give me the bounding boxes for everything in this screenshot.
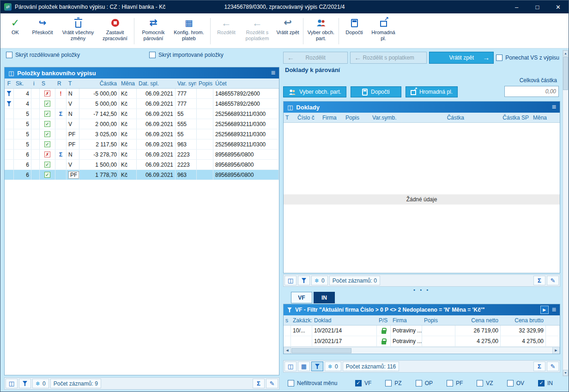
undo-button[interactable]: ↩ Vrátit zpět (275, 15, 301, 47)
undo-action-button[interactable]: Vrátit zpět → (429, 52, 494, 64)
scroll-left-arrow[interactable]: ◀ (284, 347, 291, 354)
column-header-currency[interactable]: Měna (119, 78, 137, 88)
ok-button[interactable]: ✓ OK (3, 15, 27, 47)
split-action-button[interactable]: ← Rozdělit (283, 52, 348, 64)
column-header-firma[interactable]: Firma (321, 113, 344, 122)
column-header-varsym[interactable]: Var. syn (176, 78, 197, 88)
column-header-i[interactable]: i (31, 78, 40, 88)
statement-row[interactable]: 5 ✓ PF 2 117,50 Kč 06.09.2021 963 252566… (5, 139, 279, 150)
revert-all-changes-button[interactable]: Vrátit všechny změny (58, 15, 98, 47)
recompute-small-button[interactable]: Dopočti (351, 86, 401, 97)
filter-pz-checkbox[interactable]: PZ (385, 380, 401, 386)
column-header-amount[interactable]: Částka (402, 113, 466, 122)
keep-vs-checkbox[interactable]: Ponechat VS z výpisu (496, 54, 561, 61)
column-chooser-button[interactable]: ◫ (6, 379, 18, 388)
invoice-row[interactable]: 10/2021/17 Potraviny ... 4 275,00 4 275,… (284, 336, 560, 347)
filter-pf-checkbox[interactable]: PF (447, 380, 463, 386)
menu-icon[interactable]: ≡ (552, 103, 556, 111)
minimize-button[interactable]: – (506, 0, 527, 13)
tab-vf[interactable]: VF (291, 292, 312, 303)
hide-imported-items-checkbox[interactable]: Skrýt importované položky (149, 52, 224, 58)
scrollbar-thumb[interactable] (291, 348, 351, 353)
statement-row[interactable]: 5 ✓ Σ N -7 142,50 Kč 06.09.2021 55 25256… (5, 109, 279, 119)
scroll-up-arrow[interactable]: ▲ (563, 50, 568, 56)
statement-row[interactable]: 4 ✗ ! N -5 000,00 Kč 06.09.2021 777 1486… (5, 89, 279, 99)
statement-row[interactable]: 6 ✓ V 1 500,00 Kč 06.09.2021 2223 895689… (5, 160, 279, 170)
stop-processing-button[interactable]: Zastavit zpracování (98, 15, 132, 47)
filter-ov-checkbox[interactable]: OV (507, 380, 524, 386)
filter-button[interactable] (298, 276, 310, 285)
menu-icon[interactable]: ≡ (552, 306, 556, 314)
column-header-popis[interactable]: Popis (197, 78, 213, 88)
column-header-brutto[interactable]: Cena brutto (501, 315, 546, 325)
select-partner-button[interactable]: Vyber obch. part. (306, 15, 336, 47)
horizontal-scrollbar[interactable]: ◀ ▶ (284, 347, 560, 354)
statement-row[interactable]: 5 ✓ V 2 000,00 Kč 06.09.2021 555 2525668… (5, 119, 279, 129)
column-header-zakazka[interactable]: Zakázk: (291, 315, 312, 325)
scroll-down-arrow[interactable]: ▼ (563, 370, 568, 376)
column-header-s[interactable]: S (40, 78, 55, 88)
edit-button[interactable]: ✎ (547, 276, 559, 285)
column-header-amount[interactable]: Částka (79, 78, 119, 88)
statement-row-selected[interactable]: 6 ✓ PF 1 778,70 Kč 06.09.2021 963 895689… (5, 170, 279, 180)
scroll-right-arrow[interactable]: ▶ (552, 347, 560, 354)
column-header-ps[interactable]: P/S (377, 315, 391, 325)
statement-row[interactable]: 4 ✓ V 5 000,00 Kč 06.09.2021 777 1486557… (5, 99, 279, 109)
bulk-payment-small-button[interactable]: Hromadná pl. (406, 86, 458, 97)
split-fee-action-button[interactable]: ← Rozdělit s poplatkem (350, 52, 427, 64)
column-header-s[interactable]: s (284, 315, 291, 325)
hide-split-items-checkbox[interactable]: Skrýt rozdělované položky (6, 52, 80, 58)
maximize-button[interactable]: □ (527, 0, 548, 13)
column-header-date[interactable]: Dat. spl. (137, 78, 176, 88)
column-header-account[interactable]: Účet (213, 78, 279, 88)
column-header-netto[interactable]: Cena netto (455, 315, 501, 325)
column-header-amount-sp[interactable]: Částka SP (466, 113, 531, 122)
recompute-button[interactable]: Dopočti (341, 15, 367, 47)
sum-button[interactable]: Σ (533, 276, 545, 285)
statement-row[interactable]: 6 ✗ Σ N -3 278,70 Kč 06.09.2021 2223 895… (5, 150, 279, 160)
column-header-t[interactable]: T (67, 78, 79, 88)
no-currency-filter-checkbox[interactable]: Nefiltrovat měnu (288, 380, 337, 386)
skip-button[interactable]: ↪ Přeskočit (27, 15, 58, 47)
filter-vf-checkbox[interactable]: VF (355, 380, 371, 386)
sum-button[interactable]: Σ (253, 379, 265, 388)
scrollbar-thumb[interactable] (563, 57, 568, 90)
splitter-handle[interactable]: ● ● ● (283, 287, 560, 292)
vertical-scrollbar[interactable]: ▲ ▼ (563, 50, 569, 376)
column-header-r[interactable]: R (55, 78, 67, 88)
total-amount-input[interactable] (504, 86, 559, 97)
tab-in[interactable]: IN (314, 292, 335, 303)
filter-button-active[interactable] (311, 362, 323, 371)
edit-button[interactable]: ✎ (266, 379, 278, 388)
column-header-popis[interactable]: Popis (422, 315, 455, 325)
filter-vz-checkbox[interactable]: VZ (477, 380, 493, 386)
close-button[interactable]: ✕ (548, 0, 569, 13)
bulk-payment-button[interactable]: Hromadná pl. (367, 15, 400, 47)
filter-op-checkbox[interactable]: OP (416, 380, 433, 386)
statement-row[interactable]: 5 ✓ PF 3 025,00 Kč 06.09.2021 55 2525668… (5, 129, 279, 139)
column-header-varsymb[interactable]: Var.symb. (370, 113, 402, 122)
calendar-button[interactable]: ▦ (298, 362, 310, 371)
column-header-number[interactable]: Číslo č (296, 113, 321, 122)
column-header-doklad[interactable]: Doklad (312, 315, 377, 325)
column-header-popis[interactable]: Popis (344, 113, 370, 122)
edit-button[interactable]: ✎ (547, 362, 559, 371)
filter-in-checkbox[interactable]: IN (538, 380, 553, 386)
column-header-sk[interactable]: Sk. (14, 78, 31, 88)
column-chooser-button[interactable]: ◫ (284, 276, 297, 285)
invoice-row[interactable]: 10/... 10/2021/14 Potraviny ... 26 719,0… (284, 326, 560, 336)
column-chooser-button[interactable]: ◫ (284, 362, 297, 371)
split-button[interactable]: ← Rozdělit (213, 15, 240, 47)
select-partner-small-button[interactable]: Vyber obch. part. (283, 86, 346, 97)
sum-button[interactable]: Σ (533, 362, 545, 371)
split-with-fee-button[interactable]: ← Rozdělit s poplatkem (240, 15, 275, 47)
column-header-f[interactable]: F (5, 78, 14, 88)
column-header-t[interactable]: T (284, 113, 296, 122)
apply-filter-button[interactable]: ▶ (540, 306, 549, 314)
menu-icon[interactable]: ≡ (271, 69, 275, 77)
column-header-firma[interactable]: Firma (391, 315, 422, 325)
bulk-payment-config-button[interactable]: ▦ Konfig. hrom. plateb (170, 15, 208, 47)
column-header-currency[interactable]: Měna (531, 113, 560, 122)
filter-button[interactable] (19, 379, 31, 388)
pairing-assistant-button[interactable]: ⇄ Pomocník párování (137, 15, 170, 47)
